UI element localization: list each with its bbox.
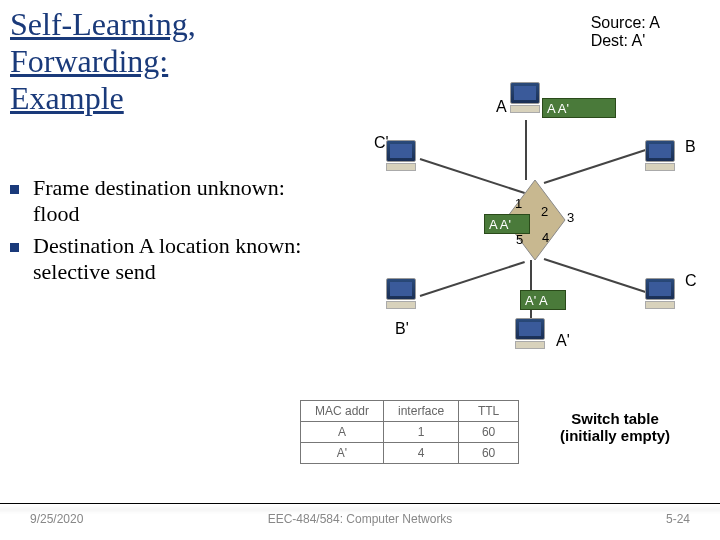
switch-table-caption: Switch table (initially empty): [540, 410, 690, 444]
link-a: [525, 120, 527, 180]
host-a-icon: [510, 82, 544, 114]
cell-mac: A: [301, 422, 384, 443]
source-label: Source: A: [591, 14, 660, 32]
table-header-row: MAC addr interface TTL: [301, 401, 519, 422]
footer-divider: [0, 503, 720, 504]
host-bp-label: B': [395, 320, 409, 338]
cell-if: 4: [384, 443, 459, 464]
frame-a-ap-mid: A A': [484, 214, 530, 234]
cell-ttl: 60: [459, 443, 519, 464]
cell-ttl: 60: [459, 422, 519, 443]
title-l2: Forwarding:: [10, 43, 168, 79]
cell-mac: A': [301, 443, 384, 464]
bullet-1: Frame destination unknown: flood: [33, 175, 310, 227]
footer-page: 5-24: [666, 512, 690, 526]
dest-label: Dest: A': [591, 32, 660, 50]
host-cp-icon: [386, 140, 420, 172]
host-ap-icon: [515, 318, 549, 350]
title-l1: Self-Learning,: [10, 6, 196, 42]
switch-table: MAC addr interface TTL A 1 60 A' 4 60: [300, 400, 519, 464]
port-5: 5: [516, 232, 523, 247]
host-c-label: C: [685, 272, 697, 290]
host-a-label: A: [496, 98, 507, 116]
caption-l2: (initially empty): [560, 427, 670, 444]
table-row: A 1 60: [301, 422, 519, 443]
bullet-square-icon: [10, 185, 19, 194]
bullet-square-icon: [10, 243, 19, 252]
link-bp: [420, 261, 525, 297]
port-2: 2: [541, 204, 548, 219]
caption-l1: Switch table: [571, 410, 659, 427]
bullet-list: Frame destination unknown: flood Destina…: [10, 175, 310, 291]
host-c-icon: [645, 278, 679, 310]
host-b-icon: [645, 140, 679, 172]
frame-a-ap-top: A A': [542, 98, 616, 118]
hdr-ttl: TTL: [459, 401, 519, 422]
hdr-if: interface: [384, 401, 459, 422]
host-bp-icon: [386, 278, 420, 310]
host-b-label: B: [685, 138, 696, 156]
host-cp-label: C': [374, 134, 389, 152]
port-1: 1: [515, 196, 522, 211]
slide-title: Self-Learning, Forwarding: Example: [10, 6, 196, 116]
table-row: A' 4 60: [301, 443, 519, 464]
bullet-2: Destination A location known: selective …: [33, 233, 310, 285]
title-l3: Example: [10, 80, 124, 116]
host-ap-label: A': [556, 332, 570, 350]
port-3: 3: [567, 210, 574, 225]
port-4: 4: [542, 230, 549, 245]
hdr-mac: MAC addr: [301, 401, 384, 422]
network-diagram: 1 2 3 4 5 6 A A' A A' A' A A B C' C B' A…: [310, 80, 710, 360]
frame-ap-a: A' A: [520, 290, 566, 310]
footer-course: EEC-484/584: Computer Networks: [0, 512, 720, 526]
frame-source-dest: Source: A Dest: A': [591, 14, 660, 50]
cell-if: 1: [384, 422, 459, 443]
